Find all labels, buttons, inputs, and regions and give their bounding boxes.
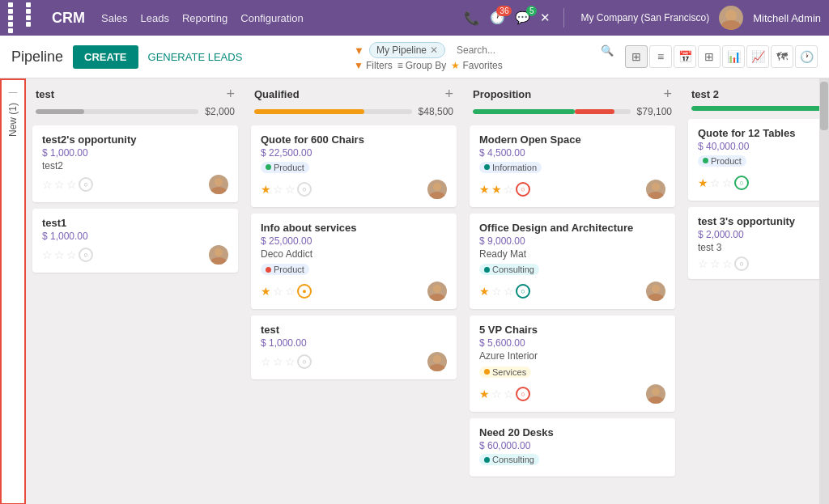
table-row[interactable]: Need 20 Desks $ 60,000.00 Consulting	[470, 418, 675, 477]
company-name[interactable]: My Company (San Francisco)	[580, 12, 709, 23]
star-rating[interactable]: ★ ☆ ☆ ○	[479, 387, 530, 401]
menu-leads[interactable]: Leads	[141, 12, 169, 24]
star-3[interactable]: ☆	[285, 285, 295, 298]
column-add-test[interactable]: +	[226, 87, 235, 101]
collapsed-column-label[interactable]: New (1)	[7, 103, 19, 137]
star-rating[interactable]: ★ ☆ ☆ ○	[479, 284, 530, 299]
kanban-view-button[interactable]: ⊞	[625, 45, 648, 68]
star-1[interactable]: ☆	[42, 248, 53, 261]
star-3[interactable]: ☆	[504, 285, 514, 298]
wrench-icon[interactable]: ✕	[540, 11, 551, 25]
map-view-button[interactable]: 🗺	[771, 45, 793, 68]
star-2[interactable]: ☆	[710, 257, 721, 270]
table-row[interactable]: test 3's opportunity $ 2,000.00 test 3 ☆…	[688, 207, 819, 279]
column-add-proposition[interactable]: +	[663, 87, 672, 101]
activity-icon[interactable]: ○	[734, 176, 749, 190]
star-1[interactable]: ☆	[42, 178, 53, 191]
clock-view-button[interactable]: 🕐	[795, 45, 818, 68]
vertical-scrollbar[interactable]	[819, 78, 829, 504]
star-rating[interactable]: ☆ ☆ ☆ ○	[42, 248, 93, 262]
calendar-view-button[interactable]: 📅	[674, 45, 696, 68]
star-3[interactable]: ☆	[722, 257, 733, 270]
table-row[interactable]: Info about services $ 25,000.00 Deco Add…	[251, 214, 457, 310]
user-name[interactable]: Mitchell Admin	[753, 12, 821, 24]
star-1[interactable]: ★	[479, 285, 490, 298]
star-2[interactable]: ☆	[273, 285, 283, 298]
search-input[interactable]	[450, 42, 596, 58]
my-pipeline-tag[interactable]: My Pipeline ✕	[369, 42, 445, 58]
star-rating[interactable]: ☆ ☆ ☆ ○	[261, 354, 312, 369]
star-2[interactable]: ☆	[54, 178, 65, 191]
star-3[interactable]: ☆	[504, 183, 514, 196]
table-row[interactable]: test $ 1,000.00 ☆ ☆ ☆ ○	[251, 316, 457, 379]
star-1[interactable]: ☆	[261, 355, 271, 368]
star-3[interactable]: ☆	[285, 183, 295, 196]
star-rating[interactable]: ★ ☆ ☆ ●	[261, 284, 312, 299]
star-rating[interactable]: ★ ★ ☆ ○	[479, 182, 530, 197]
create-button[interactable]: CREATE	[73, 45, 138, 69]
star-3[interactable]: ☆	[66, 248, 77, 261]
star-3[interactable]: ☆	[722, 176, 733, 189]
search-icon[interactable]: 🔍	[601, 44, 614, 57]
star-1[interactable]: ☆	[698, 257, 708, 270]
groupby-button[interactable]: ≡ Group By	[397, 60, 447, 71]
user-avatar[interactable]	[719, 6, 743, 30]
scrollbar-thumb[interactable]	[820, 82, 828, 130]
activity-icon[interactable]: ○	[297, 354, 312, 369]
table-row[interactable]: Office Design and Architecture $ 9,000.0…	[470, 214, 675, 310]
favorites-button[interactable]: ★ Favorites	[451, 60, 502, 71]
star-1[interactable]: ★	[261, 183, 271, 196]
star-2[interactable]: ☆	[491, 285, 502, 298]
table-row[interactable]: Modern Open Space $ 4,500.00 Information…	[470, 125, 675, 207]
clock-icon[interactable]: 🕐36	[490, 11, 505, 25]
activity-icon[interactable]: ○	[516, 182, 530, 197]
list-view-button[interactable]: ≡	[649, 45, 672, 68]
line-chart-button[interactable]: 📈	[746, 45, 769, 68]
star-1[interactable]: ★	[261, 285, 271, 298]
star-rating[interactable]: ☆ ☆ ☆ ○	[698, 256, 749, 271]
chat-icon[interactable]: 💬5	[515, 11, 530, 25]
star-1[interactable]: ★	[479, 183, 490, 196]
star-2[interactable]: ☆	[273, 183, 283, 196]
collapse-icon[interactable]: —	[9, 87, 18, 96]
activity-icon[interactable]: ○	[297, 182, 312, 197]
activity-icon[interactable]: ●	[297, 284, 312, 299]
collapsed-new-column[interactable]: — New (1)	[0, 78, 26, 504]
menu-configuration[interactable]: Configuration	[240, 12, 303, 24]
menu-sales[interactable]: Sales	[101, 12, 128, 24]
app-grid-icon[interactable]	[8, 2, 42, 33]
star-2[interactable]: ☆	[54, 248, 65, 261]
bar-chart-button[interactable]: 📊	[722, 45, 745, 68]
menu-reporting[interactable]: Reporting	[182, 12, 227, 24]
tag-dot-icon	[266, 267, 271, 273]
star-rating[interactable]: ★ ☆ ☆ ○	[261, 182, 312, 197]
star-2[interactable]: ☆	[710, 176, 721, 189]
table-row[interactable]: test1 $ 1,000.00 ☆ ☆ ☆ ○	[32, 209, 238, 273]
activity-icon[interactable]: ○	[79, 177, 93, 192]
app-logo[interactable]: CRM	[52, 10, 85, 27]
star-1[interactable]: ★	[479, 388, 490, 400]
generate-leads-button[interactable]: GENERATE LEADS	[148, 51, 243, 63]
activity-icon[interactable]: ○	[734, 256, 749, 271]
pivot-view-button[interactable]: ⊞	[698, 45, 721, 68]
star-2[interactable]: ☆	[491, 388, 502, 400]
star-2[interactable]: ★	[491, 183, 502, 196]
star-3[interactable]: ☆	[504, 388, 514, 400]
star-3[interactable]: ☆	[66, 178, 77, 191]
table-row[interactable]: Quote for 12 Tables $ 40,000.00 Product …	[688, 119, 819, 201]
star-rating[interactable]: ★ ☆ ☆ ○	[698, 176, 749, 190]
star-3[interactable]: ☆	[285, 355, 295, 368]
table-row[interactable]: 5 VP Chairs $ 5,600.00 Azure Interior Se…	[470, 316, 675, 412]
table-row[interactable]: Quote for 600 Chairs $ 22,500.00 Product…	[251, 125, 457, 207]
star-1[interactable]: ★	[698, 176, 708, 189]
phone-icon[interactable]: 📞	[464, 11, 480, 26]
filter-remove-icon[interactable]: ✕	[430, 44, 438, 56]
filters-button[interactable]: ▼ Filters	[354, 60, 393, 71]
activity-icon[interactable]: ○	[79, 248, 93, 262]
star-2[interactable]: ☆	[273, 355, 283, 368]
activity-icon[interactable]: ○	[516, 387, 530, 401]
star-rating[interactable]: ☆ ☆ ☆ ○	[42, 177, 93, 192]
table-row[interactable]: test2's opportunity $ 1,000.00 test2 ☆ ☆…	[32, 125, 238, 202]
activity-icon[interactable]: ○	[516, 284, 530, 299]
column-add-qualified[interactable]: +	[444, 87, 453, 101]
